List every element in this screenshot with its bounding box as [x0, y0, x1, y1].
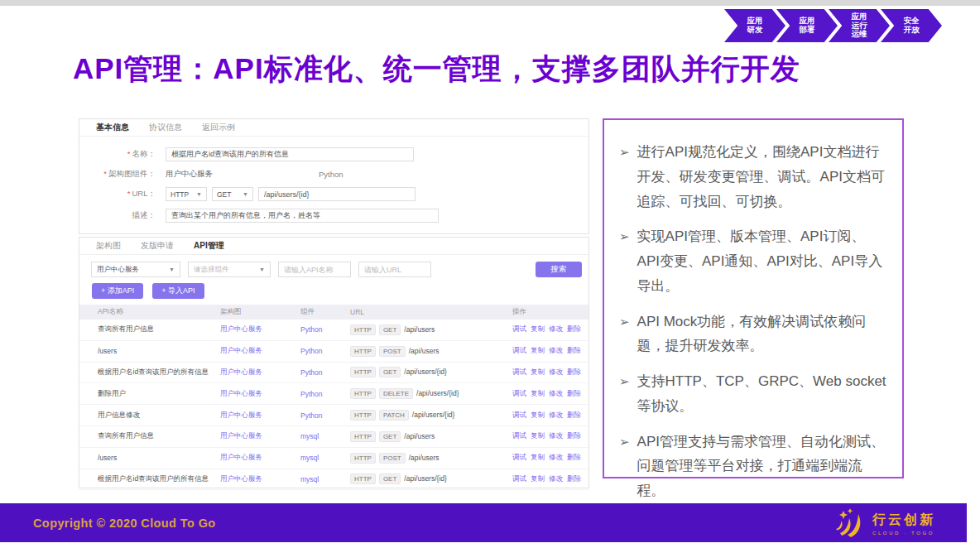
arrow-bullet-icon: ➢	[619, 224, 630, 298]
table-header-cell: 操作	[512, 307, 588, 317]
process-step-chevron[interactable]: 安全 开放	[881, 9, 942, 42]
copy-link[interactable]: 复制	[531, 346, 545, 354]
delete-link[interactable]: 删除	[567, 324, 581, 333]
edit-link[interactable]: 修改	[549, 453, 563, 461]
url-path: /api/users/{id}	[404, 474, 447, 483]
delete-link[interactable]: 删除	[567, 453, 581, 461]
api-name-filter-input[interactable]	[278, 262, 351, 277]
arrow-bullet-icon: ➢	[619, 140, 630, 214]
service-link[interactable]: 用户中心服务	[220, 368, 300, 377]
debug-link[interactable]: 调试	[512, 368, 526, 376]
slide: 应用 研发 应用 部署 应用 运行 运维 安全 开放 API管理：API标准化、…	[0, 0, 980, 548]
edit-link[interactable]: 修改	[549, 411, 563, 419]
copy-link[interactable]: 复制	[531, 474, 545, 483]
service-link[interactable]: 用户中心服务	[220, 453, 300, 463]
copy-link[interactable]: 复制	[531, 389, 545, 397]
description-input[interactable]	[166, 209, 439, 223]
protocol-badge: HTTP	[350, 346, 376, 357]
service-link[interactable]: 用户中心服务	[220, 411, 300, 421]
table-row[interactable]: /users 用户中心服务 Python HTTPPOST/api/users …	[79, 341, 588, 363]
method-badge: GET	[379, 473, 401, 484]
name-label: *名称：	[79, 149, 156, 160]
name-input[interactable]	[166, 147, 414, 161]
row-operations: 调试复制修改删除	[512, 324, 588, 334]
debug-link[interactable]: 调试	[512, 389, 526, 397]
debug-link[interactable]: 调试	[512, 431, 526, 440]
row-operations: 调试复制修改删除	[512, 411, 588, 421]
method-badge: GET	[379, 431, 401, 442]
api-name-cell: /users	[98, 347, 220, 355]
add-api-button[interactable]: + 添加API	[92, 283, 143, 299]
protocol-badge: HTTP	[350, 431, 376, 442]
top-divider	[0, 0, 980, 6]
edit-link[interactable]: 修改	[549, 324, 563, 333]
service-link[interactable]: 用户中心服务	[220, 431, 300, 441]
service-link[interactable]: 用户中心服务	[220, 389, 300, 399]
debug-link[interactable]: 调试	[512, 324, 526, 333]
detail-card-tabs: 基本信息 协议信息 返回示例	[79, 119, 588, 137]
service-link[interactable]: 用户中心服务	[220, 474, 300, 484]
import-api-button[interactable]: + 导入API	[152, 283, 204, 299]
service-link[interactable]: 用户中心服务	[220, 324, 300, 334]
chevron-down-icon: ▼	[196, 191, 202, 197]
delete-link[interactable]: 删除	[567, 346, 581, 354]
arrow-bullet-icon: ➢	[619, 369, 630, 419]
search-button[interactable]: 搜索	[536, 262, 582, 277]
api-name-cell: 用户信息修改	[98, 411, 220, 421]
edit-link[interactable]: 修改	[549, 474, 563, 483]
api-card-tab[interactable]: API管理	[184, 240, 234, 252]
table-row[interactable]: 根据用户名id查询该用户的所有信息 用户中心服务 mysql HTTPGET/a…	[79, 469, 588, 491]
method-badge: POST	[379, 453, 406, 464]
edit-link[interactable]: 修改	[549, 431, 563, 440]
process-step-chevron[interactable]: 应用 部署	[776, 9, 838, 42]
delete-link[interactable]: 删除	[567, 474, 581, 483]
delete-link[interactable]: 删除	[567, 368, 581, 376]
url-input[interactable]	[258, 187, 416, 201]
url-cell: HTTPPOST/api/users	[350, 346, 512, 357]
feature-bullet-text: 支持HTTP、TCP、GRPC、Web socket等协议。	[637, 369, 887, 419]
service-filter-select[interactable]: 用户中心服务▼	[91, 262, 180, 277]
component-cell: Python	[300, 368, 350, 377]
edit-link[interactable]: 修改	[549, 368, 563, 376]
table-row[interactable]: /users 用户中心服务 mysql HTTPPOST/api/users 调…	[79, 448, 588, 469]
protocol-select[interactable]: HTTP▼	[166, 187, 207, 201]
delete-link[interactable]: 删除	[567, 411, 581, 419]
api-card-tab[interactable]: 发版申请	[131, 240, 184, 252]
method-select[interactable]: GET▼	[212, 187, 253, 201]
copy-link[interactable]: 复制	[531, 324, 545, 333]
arrow-bullet-icon: ➢	[619, 430, 630, 503]
debug-link[interactable]: 调试	[512, 474, 526, 483]
form-row-url: *URL： HTTP▼ GET▼	[79, 187, 588, 201]
table-row[interactable]: 用户信息修改 用户中心服务 Python HTTPPATCH/api/users…	[79, 405, 588, 426]
delete-link[interactable]: 删除	[567, 431, 581, 440]
component-cell: mysql	[300, 432, 350, 440]
table-row[interactable]: 删除用户 用户中心服务 Python HTTPDELETE/api/users/…	[79, 383, 588, 405]
process-step-chevron[interactable]: 应用 运行 运维	[829, 9, 890, 42]
table-row[interactable]: 查询所有用户信息 用户中心服务 Python HTTPGET/api/users…	[79, 320, 588, 341]
service-link[interactable]: 用户中心服务	[220, 346, 300, 356]
component-filter-select[interactable]: 请选择组件▼	[188, 262, 271, 277]
debug-link[interactable]: 调试	[512, 453, 526, 461]
feature-box: ➢ 进行API规范化定义，围绕API文档进行开发、研发变更管理、调试。API文档…	[603, 118, 904, 478]
process-step-chevron[interactable]: 应用 研发	[724, 9, 785, 42]
edit-link[interactable]: 修改	[549, 389, 563, 397]
copy-link[interactable]: 复制	[531, 411, 545, 419]
debug-link[interactable]: 调试	[512, 346, 526, 354]
detail-card-tab[interactable]: 协议信息	[139, 122, 192, 133]
copy-link[interactable]: 复制	[531, 368, 545, 376]
copy-link[interactable]: 复制	[531, 431, 545, 440]
url-filter-input[interactable]	[358, 262, 431, 277]
logo-company-name: 行云创新	[872, 512, 935, 529]
table-row[interactable]: 根据用户名id查询该用户的所有信息 用户中心服务 Python HTTPGET/…	[79, 363, 588, 384]
protocol-badge: HTTP	[350, 388, 376, 399]
copy-link[interactable]: 复制	[531, 453, 545, 461]
component-cell: Python	[300, 347, 350, 355]
delete-link[interactable]: 删除	[567, 389, 581, 397]
detail-card-tab[interactable]: 基本信息	[86, 122, 139, 133]
row-operations: 调试复制修改删除	[512, 474, 588, 484]
api-card-tab[interactable]: 架构图	[86, 240, 131, 252]
edit-link[interactable]: 修改	[549, 346, 563, 354]
debug-link[interactable]: 调试	[512, 411, 526, 419]
table-row[interactable]: 查询所有用户信息 用户中心服务 mysql HTTPGET/api/users …	[79, 426, 588, 448]
detail-card-tab[interactable]: 返回示例	[192, 122, 245, 133]
